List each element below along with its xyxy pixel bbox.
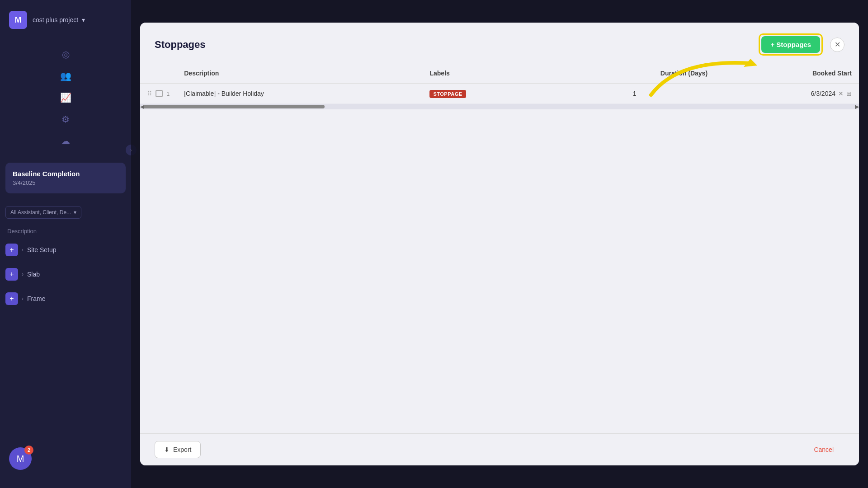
baseline-date: 3/4/2025 bbox=[13, 179, 118, 186]
cancel-button[interactable]: Cancel bbox=[803, 441, 844, 458]
nav-cloud[interactable]: ☁ bbox=[56, 131, 75, 151]
task-name-3: Frame bbox=[27, 295, 45, 302]
task-list: + › Site Setup + › Slab + › Frame bbox=[0, 238, 131, 310]
dialog-header-actions: + Stoppages ✕ bbox=[759, 33, 844, 56]
horizontal-scrollbar[interactable]: ◀ ▶ bbox=[140, 104, 859, 109]
col-header-description: Description bbox=[177, 63, 422, 84]
user-avatar[interactable]: M 2 bbox=[9, 447, 32, 470]
duration-value: 1 bbox=[633, 90, 637, 97]
nav-settings[interactable]: ⚙ bbox=[56, 109, 75, 129]
baseline-card: Baseline Completion 3/4/2025 bbox=[5, 163, 126, 193]
cell-duration: 1 bbox=[554, 84, 715, 104]
sidebar-header: M cost plus project ▾ bbox=[0, 0, 131, 40]
task-expand-3[interactable]: › bbox=[22, 296, 24, 302]
filter-chevron-icon: ▾ bbox=[74, 209, 76, 216]
task-expand-1[interactable]: › bbox=[22, 247, 24, 253]
export-button[interactable]: ⬇ Export bbox=[155, 441, 201, 458]
description-text: [Claimable] - Builder Holiday bbox=[184, 90, 264, 97]
cell-description: [Claimable] - Builder Holiday bbox=[177, 84, 422, 104]
app-container: M cost plus project ▾ ◎ 👥 📈 ⚙ ☁ Baseline… bbox=[0, 0, 868, 488]
row-edit-icon[interactable]: ⊞ bbox=[846, 90, 852, 97]
task-name-2: Slab bbox=[27, 271, 40, 278]
sidebar: M cost plus project ▾ ◎ 👥 📈 ⚙ ☁ Baseline… bbox=[0, 0, 131, 488]
col-header-booked-start: Booked Start bbox=[715, 63, 859, 84]
main-content: Stoppages + Stoppages ✕ bbox=[131, 0, 868, 488]
sidebar-nav: ◎ 👥 📈 ⚙ ☁ bbox=[0, 40, 131, 155]
scroll-right-icon[interactable]: ▶ bbox=[855, 103, 859, 110]
nav-people[interactable]: 👥 bbox=[56, 66, 75, 86]
row-actions: 6/3/2024 ✕ ⊞ bbox=[722, 90, 852, 97]
task-item-1: + › Site Setup bbox=[2, 238, 129, 262]
notification-badge: 2 bbox=[24, 446, 33, 455]
download-icon: ⬇ bbox=[164, 446, 170, 453]
filter-row: All Assistant, Client, De... ▾ bbox=[0, 201, 131, 224]
col-header-duration: Duration (Days) bbox=[554, 63, 715, 84]
task-item-3: + › Frame bbox=[2, 287, 129, 310]
add-stoppages-btn-wrapper: + Stoppages bbox=[759, 33, 823, 56]
dialog-table-container: Description Labels Duration (Days) Booke… bbox=[140, 63, 859, 433]
task-item-2: + › Slab bbox=[2, 263, 129, 286]
nav-dashboard[interactable]: ◎ bbox=[56, 44, 75, 64]
scrollbar-thumb[interactable] bbox=[144, 105, 325, 108]
filter-label: All Assistant, Client, De... bbox=[10, 209, 71, 216]
row-number: 1 bbox=[166, 90, 170, 97]
table-row: ⠿ 1 [Claimable] - Builder Holiday STOPPA… bbox=[140, 84, 859, 104]
project-dropdown-icon: ▾ bbox=[82, 16, 85, 23]
drag-handle-icon[interactable]: ⠿ bbox=[147, 90, 152, 97]
dialog-close-button[interactable]: ✕ bbox=[830, 38, 844, 52]
desc-column-header: Description bbox=[0, 224, 131, 238]
task-add-btn-1[interactable]: + bbox=[5, 244, 18, 256]
export-label: Export bbox=[173, 446, 191, 453]
project-name: cost plus project bbox=[33, 16, 78, 23]
dialog-footer: ⬇ Export Cancel bbox=[140, 433, 859, 465]
task-add-btn-2[interactable]: + bbox=[5, 268, 18, 281]
dialog-title: Stoppages bbox=[155, 39, 205, 51]
close-icon: ✕ bbox=[835, 40, 840, 49]
add-stoppages-button[interactable]: + Stoppages bbox=[761, 36, 820, 53]
booked-start-value: 6/3/2024 bbox=[811, 90, 836, 97]
row-checkbox[interactable] bbox=[156, 90, 163, 97]
project-selector[interactable]: cost plus project ▾ bbox=[33, 16, 85, 23]
row-delete-icon[interactable]: ✕ bbox=[838, 90, 844, 97]
nav-chart[interactable]: 📈 bbox=[56, 88, 75, 108]
stoppages-table: Description Labels Duration (Days) Booke… bbox=[140, 63, 859, 104]
task-name-1: Site Setup bbox=[27, 246, 57, 253]
col-header-labels: Labels bbox=[422, 63, 554, 84]
cell-booked-start: 6/3/2024 ✕ ⊞ bbox=[715, 84, 859, 104]
cell-label: STOPPAGE bbox=[422, 84, 554, 104]
row-controls: ⠿ 1 bbox=[147, 90, 170, 97]
baseline-title: Baseline Completion bbox=[13, 170, 118, 178]
stoppages-dialog: Stoppages + Stoppages ✕ bbox=[140, 23, 859, 465]
filter-dropdown[interactable]: All Assistant, Client, De... ▾ bbox=[5, 206, 81, 219]
task-add-btn-3[interactable]: + bbox=[5, 292, 18, 305]
task-expand-2[interactable]: › bbox=[22, 271, 24, 277]
app-logo[interactable]: M bbox=[9, 11, 27, 29]
stoppage-badge: STOPPAGE bbox=[429, 90, 466, 98]
dialog-header: Stoppages + Stoppages ✕ bbox=[140, 23, 859, 63]
